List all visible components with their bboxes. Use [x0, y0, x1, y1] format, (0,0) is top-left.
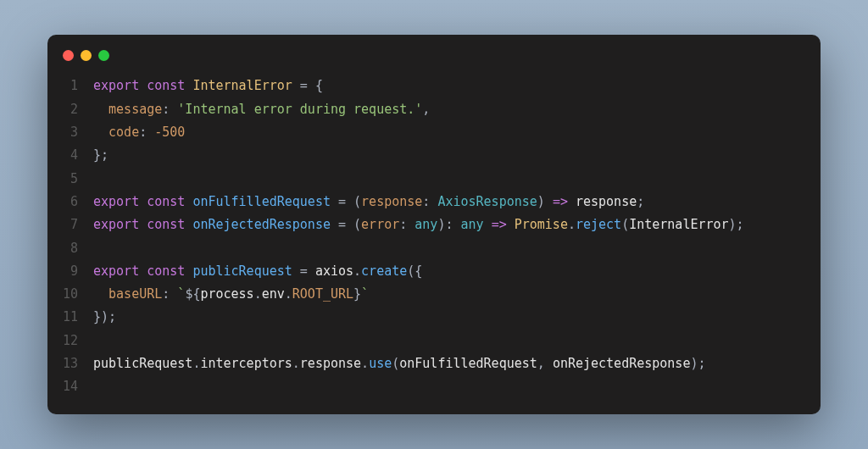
line-number: 8 — [63, 237, 93, 260]
code-content: export const publicRequest = axios.creat… — [93, 260, 805, 283]
line-number: 7 — [63, 213, 93, 236]
line-number: 12 — [63, 330, 93, 352]
code-content — [93, 237, 805, 260]
line-number: 10 — [63, 283, 93, 306]
code-line: 9 export const publicRequest = axios.cre… — [63, 260, 805, 283]
code-line: 5 — [63, 168, 805, 191]
editor-window: 1 export const InternalError = { 2 messa… — [47, 35, 821, 413]
code-content: message: 'Internal error during request.… — [93, 98, 805, 121]
zoom-dot-icon[interactable] — [98, 50, 109, 61]
code-content: }); — [93, 306, 805, 329]
line-number: 1 — [63, 75, 93, 97]
code-line: 12 — [63, 330, 805, 352]
line-number: 14 — [63, 375, 93, 398]
code-line: 14 — [63, 375, 805, 398]
code-line: 6 export const onFulfilledRequest = (res… — [63, 191, 805, 213]
code-line: 2 message: 'Internal error during reques… — [63, 98, 805, 121]
minimize-dot-icon[interactable] — [81, 50, 92, 61]
code-line: 4 }; — [63, 144, 805, 167]
line-number: 2 — [63, 98, 93, 121]
line-number: 4 — [63, 144, 93, 167]
code-content: publicRequest.interceptors.response.use(… — [93, 352, 805, 375]
close-dot-icon[interactable] — [63, 50, 74, 61]
code-line: 3 code: -500 — [63, 121, 805, 144]
code-content: code: -500 — [93, 121, 805, 144]
code-content: export const InternalError = { — [93, 75, 805, 97]
window-titlebar — [47, 50, 821, 75]
line-number: 9 — [63, 260, 93, 283]
line-number: 3 — [63, 121, 93, 144]
code-line: 11 }); — [63, 306, 805, 329]
code-line: 1 export const InternalError = { — [63, 75, 805, 97]
code-block: 1 export const InternalError = { 2 messa… — [47, 75, 821, 398]
code-line: 7 export const onRejectedResponse = (err… — [63, 213, 805, 236]
line-number: 5 — [63, 168, 93, 191]
code-content — [93, 375, 805, 398]
code-content: }; — [93, 144, 805, 167]
code-line: 8 — [63, 237, 805, 260]
code-line: 13 publicRequest.interceptors.response.u… — [63, 352, 805, 375]
code-content: export const onRejectedResponse = (error… — [93, 213, 805, 236]
code-content: export const onFulfilledRequest = (respo… — [93, 191, 805, 213]
line-number: 6 — [63, 191, 93, 213]
code-content — [93, 168, 805, 191]
line-number: 11 — [63, 306, 93, 329]
code-line: 10 baseURL: `${process.env.ROOT_URL}` — [63, 283, 805, 306]
line-number: 13 — [63, 352, 93, 375]
code-content: baseURL: `${process.env.ROOT_URL}` — [93, 283, 805, 306]
code-content — [93, 330, 805, 352]
